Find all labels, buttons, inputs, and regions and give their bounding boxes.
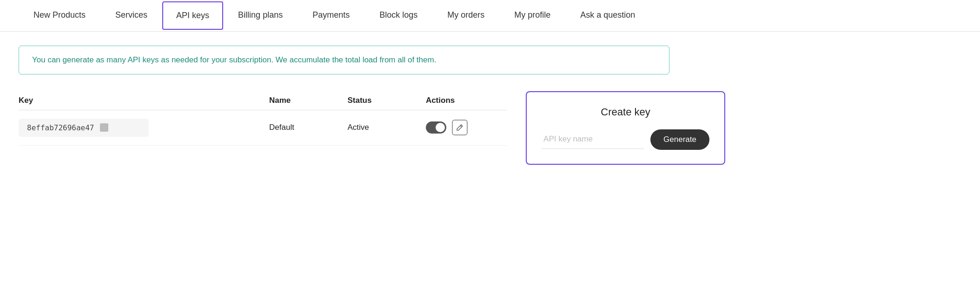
tab-api-keys[interactable]: API keys (162, 1, 223, 30)
tab-services[interactable]: Services (100, 0, 162, 32)
toggle-thumb (436, 123, 445, 132)
toggle-switch[interactable] (426, 121, 446, 134)
nav-tabs: New Products Services API keys Billing p… (0, 0, 980, 32)
tab-ask-a-question[interactable]: Ask a question (565, 0, 650, 32)
create-key-row: Generate (542, 129, 709, 150)
main-content: You can generate as many API keys as nee… (0, 32, 744, 179)
tab-block-logs[interactable]: Block logs (364, 0, 432, 32)
tab-my-orders[interactable]: My orders (432, 0, 499, 32)
key-actions-cell (426, 110, 507, 145)
key-cell: 8effab72696ae47 (19, 119, 263, 137)
col-header-name: Name (269, 91, 347, 110)
tab-payments[interactable]: Payments (298, 0, 364, 32)
create-key-card: Create key Generate (526, 91, 725, 165)
create-key-title: Create key (542, 106, 709, 118)
keys-table: Key Name Status Actions 8effab72696ae47 (19, 91, 507, 146)
generate-button[interactable]: Generate (650, 129, 709, 150)
col-header-key: Key (19, 91, 269, 110)
api-key-name-input[interactable] (542, 130, 644, 149)
edit-button[interactable] (452, 120, 468, 135)
bottom-section: Key Name Status Actions 8effab72696ae47 (19, 91, 725, 165)
key-value-text: 8effab72696ae47 (27, 123, 94, 132)
keys-table-wrap: Key Name Status Actions 8effab72696ae47 (19, 91, 507, 146)
actions-cell (426, 120, 501, 135)
info-box: You can generate as many API keys as nee… (19, 46, 669, 74)
col-header-status: Status (347, 91, 425, 110)
info-box-text: You can generate as many API keys as nee… (32, 55, 436, 64)
tab-my-profile[interactable]: My profile (499, 0, 565, 32)
copy-icon[interactable] (100, 123, 108, 132)
key-name-cell: Default (269, 110, 347, 145)
key-cell-td: 8effab72696ae47 (19, 110, 269, 145)
key-value-box: 8effab72696ae47 (19, 119, 149, 137)
edit-icon (456, 124, 464, 131)
table-row: 8effab72696ae47 Default Active (19, 110, 507, 145)
col-header-actions: Actions (426, 91, 507, 110)
tab-new-products[interactable]: New Products (19, 0, 100, 32)
tab-billing-plans[interactable]: Billing plans (223, 0, 298, 32)
key-status-cell: Active (347, 110, 425, 145)
